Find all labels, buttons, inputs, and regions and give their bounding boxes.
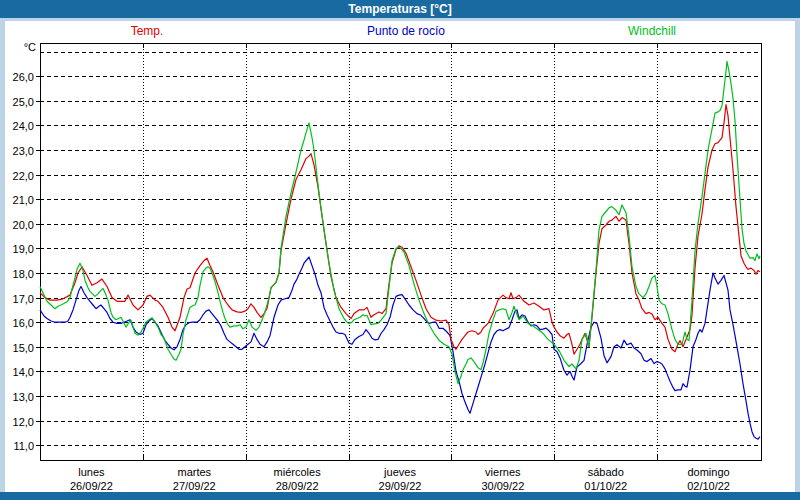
y-axis-label: 25,0 <box>13 96 34 108</box>
day-date-label: 26/09/22 <box>70 480 113 492</box>
day-name-label: miércoles <box>274 466 322 478</box>
day-date-label: 30/09/22 <box>481 480 524 492</box>
day-name-label: jueves <box>383 466 416 478</box>
day-date-label: 01/10/22 <box>584 480 627 492</box>
day-date-label: 27/09/22 <box>173 480 216 492</box>
day-name-label: domingo <box>687 466 729 478</box>
day-name-label: viernes <box>485 466 521 478</box>
dewpoint-series-line <box>40 257 760 439</box>
temp-series-line <box>40 105 760 355</box>
y-axis-label: 23,0 <box>13 145 34 157</box>
y-axis-label: 22,0 <box>13 170 34 182</box>
day-date-label: 28/09/22 <box>276 480 319 492</box>
y-axis-label: 13,0 <box>13 391 34 403</box>
day-name-label: sábado <box>588 466 624 478</box>
y-axis-label: 12,0 <box>13 416 34 428</box>
y-axis-label: 19,0 <box>13 243 34 255</box>
plot-frame <box>41 44 762 461</box>
day-date-label: 29/09/22 <box>379 480 422 492</box>
y-axis-label: 26,0 <box>13 71 34 83</box>
day-date-label: 02/10/22 <box>687 480 730 492</box>
weather-chart-window: Temperaturas [°C] Temp. Punto de rocío W… <box>0 0 800 500</box>
day-name-label: martes <box>177 466 211 478</box>
y-axis-label: 15,0 <box>13 342 34 354</box>
day-name-label: lunes <box>78 466 105 478</box>
y-axis-label: 16,0 <box>13 317 34 329</box>
y-axis-label: 18,0 <box>13 268 34 280</box>
y-axis-label: 21,0 <box>13 194 34 206</box>
y-axis-label: 14,0 <box>13 366 34 378</box>
temperature-chart: 26,025,024,023,022,021,020,019,018,017,0… <box>0 0 800 500</box>
windchill-series-line <box>40 61 760 383</box>
y-axis-label: 17,0 <box>13 293 34 305</box>
y-axis-unit-label: °C <box>24 41 36 53</box>
y-axis-label: 24,0 <box>13 120 34 132</box>
y-axis-label: 11,0 <box>13 440 34 452</box>
y-axis-label: 20,0 <box>13 219 34 231</box>
